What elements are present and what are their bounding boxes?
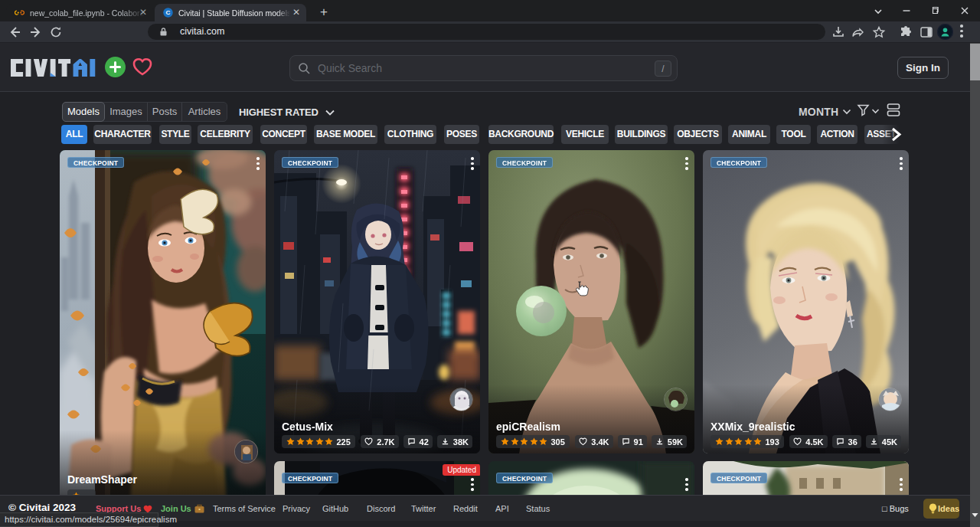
svg-text:C: C — [166, 9, 171, 16]
